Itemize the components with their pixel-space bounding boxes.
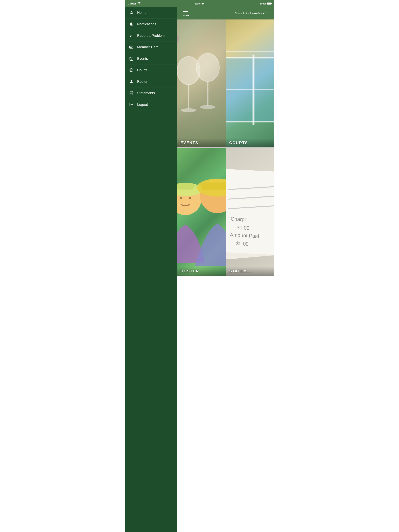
status-bar-right: 100% [260,2,271,5]
svg-point-25 [200,105,215,109]
menu-button[interactable]: MENU [181,8,190,18]
sidebar-item-home[interactable]: Home [125,7,177,19]
svg-point-13 [130,80,132,82]
roster-icon [129,79,134,84]
calendar-icon: 30 [129,57,134,61]
svg-rect-49 [226,168,275,255]
battery-icon [267,3,271,5]
status-bar: Carrier 3:06 PM 100% [125,0,274,7]
app-header: MENU Old Oaks Country Club [177,7,274,19]
below-grid-space [177,276,274,532]
tile-courts-overlay: COURTS [226,138,275,147]
svg-rect-1 [129,46,133,49]
wrench-icon [129,33,134,38]
sidebar-item-roster[interactable]: Roster [125,76,177,88]
statements-icon [129,91,134,95]
wifi-icon [137,2,141,5]
menu-line-3 [183,13,188,13]
sidebar-item-events[interactable]: 30 Events [125,53,177,64]
carrier-label: Carrier [128,2,136,5]
sidebar-item-logout[interactable]: Logout [125,99,177,110]
battery-percent: 100% [260,2,266,5]
svg-rect-43 [201,183,225,190]
sidebar-label-statements: Statements [137,91,155,95]
svg-rect-14 [130,91,133,95]
menu-line-2 [183,11,188,12]
svg-text:30: 30 [131,59,132,60]
tile-courts-label: COURTS [229,141,248,145]
tile-courts[interactable]: COURTS [226,19,275,147]
sidebar-label-notifications: Notifications [137,22,156,26]
sidebar-label-home: Home [137,11,147,15]
home-icon [129,11,134,15]
svg-text:$0.00: $0.00 [236,240,249,247]
svg-point-47 [189,196,191,199]
menu-line-1 [183,10,188,10]
tiles-grid: EVENTS [177,19,274,276]
sidebar-label-member-card: Member Card [137,45,159,49]
app-container: Home Notifications Report a Problem [125,7,274,532]
tile-statements-label: STATEM... [229,269,251,273]
sidebar-item-report-problem[interactable]: Report a Problem [125,30,177,41]
sidebar-label-logout: Logout [137,103,148,107]
svg-point-23 [196,53,219,81]
main-content: MENU Old Oaks Country Club [177,7,274,532]
sidebar-label-courts: Courts [137,68,148,72]
status-bar-left: Carrier [128,2,141,5]
tile-events[interactable]: EVENTS [177,19,225,147]
tile-events-overlay: EVENTS [177,138,225,147]
svg-rect-3 [130,47,131,48]
sidebar-label-roster: Roster [137,80,148,84]
tile-events-label: EVENTS [180,141,198,145]
courts-icon [129,68,134,72]
sidebar-item-member-card[interactable]: Member Card [125,41,177,53]
svg-rect-40 [177,183,194,190]
status-bar-time: 3:06 PM [195,2,204,5]
sidebar-item-notifications[interactable]: Notifications [125,19,177,30]
svg-point-0 [139,4,139,4]
tile-roster-label: ROSTER [180,269,199,273]
member-card-icon [129,45,134,49]
sidebar-item-courts[interactable]: Courts [125,64,177,76]
notifications-icon [129,22,134,26]
sidebar-label-report-problem: Report a Problem [137,34,165,38]
app-title: Old Oaks Country Club [190,11,270,15]
svg-text:$0.00: $0.00 [237,224,250,231]
sidebar-item-statements[interactable]: Statements [125,88,177,99]
sidebar: Home Notifications Report a Problem [125,7,177,532]
tile-statements-overlay: STATEM... [226,266,275,276]
tile-statements[interactable]: Charge $0.00 Amount Paid $0.00 STATEM... [226,148,275,276]
sidebar-label-events: Events [137,57,148,61]
svg-point-46 [180,196,182,199]
menu-label: MENU [183,15,189,17]
svg-text:Charge: Charge [231,216,248,222]
tile-roster-overlay: ROSTER [177,266,225,276]
tile-roster[interactable]: ROSTER [177,148,225,276]
logout-icon [129,102,134,107]
svg-point-22 [181,108,196,112]
